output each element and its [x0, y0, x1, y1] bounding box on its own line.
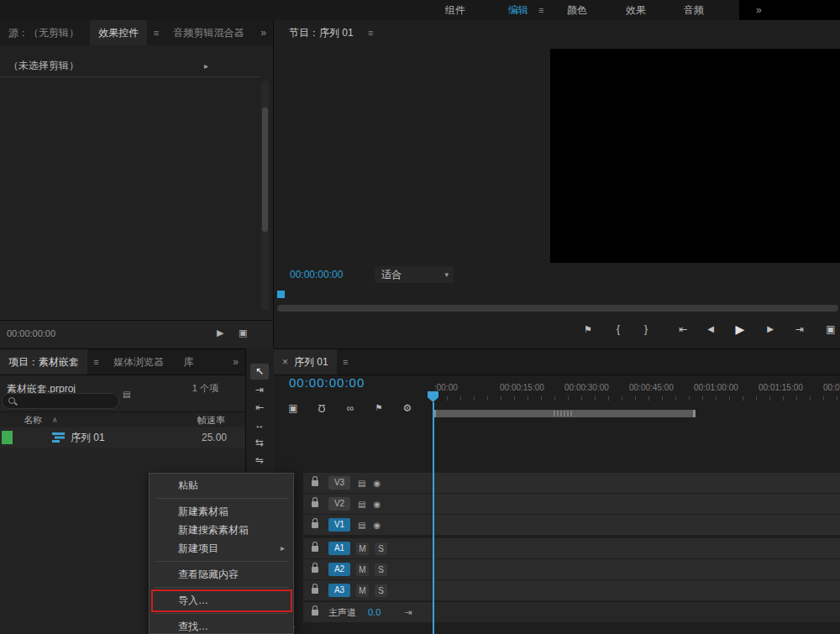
track-content[interactable]: [433, 515, 840, 535]
export-frame-icon[interactable]: ▣: [821, 319, 840, 339]
mute-button[interactable]: M: [356, 563, 369, 576]
selection-tool-icon[interactable]: ↖: [250, 364, 269, 380]
expand-arrow-icon[interactable]: ▸: [204, 55, 208, 76]
track-content[interactable]: [433, 602, 840, 622]
timeline-add-marker-icon[interactable]: ⚑: [370, 400, 388, 417]
rate-stretch-tool-icon[interactable]: ⇆: [250, 435, 269, 451]
track-visibility-icon[interactable]: ◉: [373, 521, 381, 530]
go-to-out-icon[interactable]: ⇥: [790, 319, 810, 339]
project-search-box[interactable]: [2, 393, 119, 409]
solo-button[interactable]: S: [375, 563, 387, 576]
track-content[interactable]: [433, 559, 840, 579]
menu-item-new-bin[interactable]: 新建素材箱: [150, 502, 293, 521]
timeline-timecode[interactable]: 00:00:00:00: [289, 375, 365, 390]
track-style-icon[interactable]: ▤: [358, 500, 365, 509]
go-to-in-icon[interactable]: ⇤: [673, 319, 693, 339]
column-frame-rate[interactable]: 帧速率: [197, 412, 225, 427]
workspace-overflow-icon[interactable]: »: [756, 0, 762, 20]
play-button[interactable]: ▶: [730, 319, 750, 339]
label-color-swatch[interactable]: [2, 431, 13, 444]
track-content[interactable]: [433, 580, 840, 600]
solo-button[interactable]: S: [375, 584, 387, 597]
rolling-edit-tool-icon[interactable]: ↔: [250, 417, 269, 433]
track-target-button[interactable]: A3: [328, 584, 350, 597]
play-around-icon[interactable]: ▶: [217, 327, 223, 338]
tab-effect-controls[interactable]: 效果控件: [90, 20, 147, 45]
mark-in-icon[interactable]: {: [608, 319, 628, 339]
scrollbar-thumb[interactable]: [262, 107, 268, 232]
timeline-settings-icon[interactable]: ⚙: [398, 400, 417, 417]
item-name[interactable]: 序列 01: [71, 427, 105, 448]
lock-icon[interactable]: [312, 522, 318, 528]
work-area-bar[interactable]: [433, 410, 696, 417]
linked-selection-icon[interactable]: ∞: [341, 400, 360, 417]
program-monitor-title[interactable]: 节目：序列 01: [274, 20, 362, 45]
track-content[interactable]: [433, 494, 840, 514]
slip-tool-icon[interactable]: ⇋: [250, 453, 269, 469]
track-content[interactable]: [433, 538, 840, 558]
lock-icon[interactable]: [312, 546, 318, 552]
menu-item-view-hidden[interactable]: 查看隐藏内容: [150, 565, 293, 584]
master-level-value[interactable]: 0.0: [368, 607, 381, 617]
track-target-button[interactable]: V1: [328, 518, 350, 532]
mark-out-icon[interactable]: }: [636, 319, 656, 339]
add-marker-icon[interactable]: ⚑: [578, 319, 598, 339]
column-name[interactable]: 名称: [24, 412, 42, 427]
tab-sequence[interactable]: ×序列 01: [274, 349, 337, 375]
track-select-tool-icon[interactable]: ⇥: [250, 382, 269, 398]
list-view-icon[interactable]: ▤: [123, 390, 130, 399]
timeline-menu-icon[interactable]: ≡: [339, 349, 351, 375]
menu-item-find[interactable]: 查找…: [150, 617, 293, 634]
tab-project[interactable]: 项目：素材嵌套: [0, 349, 87, 375]
lock-icon[interactable]: [312, 480, 318, 486]
step-forward-icon[interactable]: ▶: [760, 319, 780, 339]
step-back-icon[interactable]: ◀: [701, 319, 721, 339]
export-icon[interactable]: ▣: [239, 327, 247, 338]
zoom-level-select[interactable]: 适合 ▾: [375, 266, 454, 283]
nest-sequence-icon[interactable]: ▣: [284, 400, 302, 417]
track-target-button[interactable]: A2: [328, 563, 350, 576]
track-style-icon[interactable]: ▤: [358, 521, 365, 530]
work-area-handle[interactable]: [554, 411, 572, 417]
tab-overflow-icon[interactable]: »: [260, 20, 266, 45]
workspace-menu-icon[interactable]: ≡: [538, 0, 543, 20]
tab-media-browser[interactable]: 媒体浏览器: [105, 349, 172, 375]
track-target-button[interactable]: A1: [328, 542, 350, 555]
tab-library[interactable]: 库: [175, 349, 202, 375]
lock-icon[interactable]: [312, 610, 318, 616]
workspace-tab-effects[interactable]: 效果: [626, 0, 646, 20]
workspace-tab-audio[interactable]: 音频: [684, 0, 704, 20]
track-style-icon[interactable]: ▤: [358, 479, 365, 488]
close-tab-icon[interactable]: ×: [282, 356, 294, 368]
scrub-marker[interactable]: [277, 291, 285, 298]
ripple-edit-tool-icon[interactable]: ⇤: [250, 400, 269, 416]
mute-button[interactable]: M: [356, 542, 369, 555]
lock-icon[interactable]: [312, 567, 318, 573]
lock-icon[interactable]: [312, 501, 318, 507]
track-visibility-icon[interactable]: ◉: [373, 500, 381, 509]
mute-button[interactable]: M: [356, 584, 369, 597]
tab-audio-clip-mixer[interactable]: 音频剪辑混合器: [165, 20, 252, 45]
track-target-button[interactable]: V2: [328, 497, 350, 511]
menu-item-new-search-bin[interactable]: 新建搜索素材箱: [150, 521, 293, 539]
track-content[interactable]: [433, 473, 840, 493]
project-item-row[interactable]: 序列 01 25.00: [0, 427, 245, 448]
playhead-handle[interactable]: [428, 391, 438, 402]
program-menu-icon[interactable]: ≡: [365, 20, 376, 45]
menu-item-paste[interactable]: 粘贴: [150, 476, 293, 495]
project-overflow-icon[interactable]: »: [233, 349, 239, 375]
panel-menu-icon[interactable]: ≡: [150, 20, 162, 45]
workspace-tab-editing[interactable]: 编辑: [508, 0, 528, 20]
snap-icon[interactable]: Ω: [312, 400, 331, 417]
track-target-button[interactable]: V3: [328, 476, 350, 490]
menu-item-new-project[interactable]: 新建项目 ▸: [150, 539, 293, 558]
timeline-ruler[interactable]: :00:00 00:00:15:00 00:00:30:00 00:00:45:…: [433, 378, 840, 398]
master-output-icon[interactable]: ⇥: [404, 607, 412, 618]
tab-source-monitor[interactable]: 源：（无剪辑）: [0, 20, 87, 45]
solo-button[interactable]: S: [375, 542, 387, 555]
lock-icon[interactable]: [312, 588, 318, 594]
workspace-tab-color[interactable]: 颜色: [567, 0, 587, 20]
search-input[interactable]: [19, 394, 115, 408]
program-scrollbar[interactable]: [277, 305, 838, 312]
track-visibility-icon[interactable]: ◉: [373, 479, 381, 488]
